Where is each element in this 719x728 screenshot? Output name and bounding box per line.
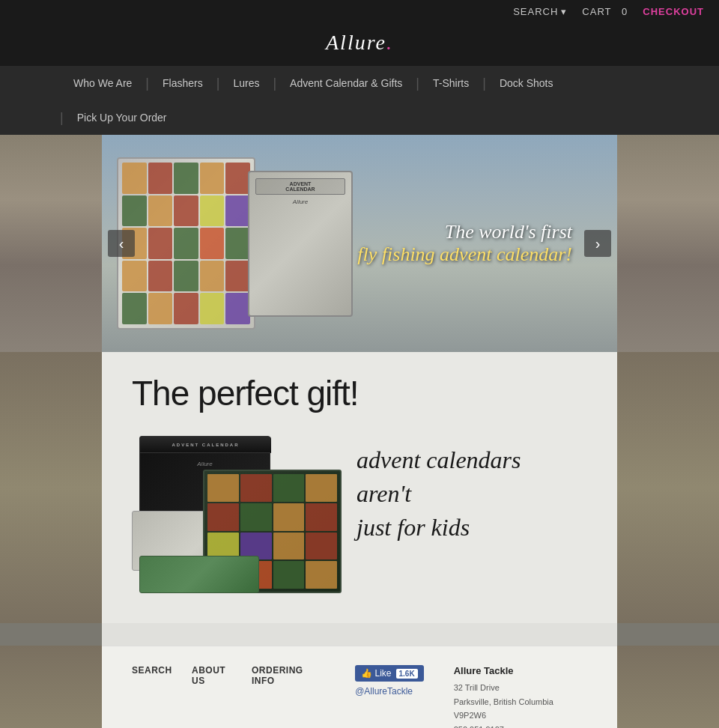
fb-count: 1.6K [396, 669, 418, 679]
search-label: SEARCH [513, 6, 558, 17]
fb-like-label: 👍 Like [361, 668, 391, 679]
cart-text: CART [582, 6, 611, 17]
gift-image: ADVENT CALENDAR Allure [132, 428, 342, 593]
footer-about-heading: ABOUTUS [192, 665, 237, 686]
footer-ordering-heading: ORDERINGINFO [252, 665, 303, 686]
search-button[interactable]: SEARCH ▾ [513, 6, 567, 17]
footer-search-link[interactable]: SEARCH [132, 665, 177, 676]
slider-next-button[interactable]: › [584, 230, 611, 257]
slider-line2: fly fishing advent calendar! [357, 243, 572, 266]
footer-search-heading: SEARCH [132, 665, 177, 676]
footer-address: Allure Tackle 32 Trill Drive Parksville,… [454, 665, 587, 728]
footer-company-name: Allure Tackle [454, 665, 587, 676]
logo[interactable]: Allure. [326, 31, 393, 55]
logo-text: Allure. [326, 31, 393, 55]
fb-like-button[interactable]: 👍 Like 1.6K [355, 665, 423, 682]
allure-tackle-twitter-link[interactable]: @AllureTackle [355, 686, 423, 697]
top-bar: SEARCH ▾ CART 0 CHECKOUT [0, 0, 719, 23]
nav-item-advent[interactable]: Advent Calendar & Gifts [276, 66, 416, 100]
slider-overlay-text: The world's first fly fishing advent cal… [357, 221, 572, 266]
footer-social: 👍 Like 1.6K @AllureTackle [355, 665, 423, 697]
search-dropdown-icon: ▾ [561, 6, 567, 17]
nav-item-dock-shots[interactable]: Dock Shots [486, 66, 567, 100]
gift-cursive-line1: advent calendars [357, 443, 521, 477]
footer-col-about: ABOUTUS [192, 665, 237, 689]
cart-count: 0 [622, 6, 628, 17]
nav-item-lures[interactable]: Lures [219, 66, 273, 100]
nav-bar: Who We Are | Flashers | Lures | Advent C… [0, 66, 719, 135]
nav-item-tshirts[interactable]: T-Shirts [419, 66, 482, 100]
header: Allure. [0, 23, 719, 66]
nav-item-pickup[interactable]: Pick Up Your Order [64, 100, 180, 135]
logo-dot: . [386, 31, 393, 54]
slider-line1: The world's first [357, 221, 572, 243]
gift-title: The perfect gift! [132, 373, 587, 413]
nav-item-who-we-are[interactable]: Who We Are [60, 66, 145, 100]
gift-cursive-text: advent calendars aren't just for kids [357, 428, 521, 544]
footer-ordering-link[interactable]: ORDERINGINFO [252, 665, 303, 686]
footer-about-link[interactable]: ABOUTUS [192, 665, 237, 686]
slider-prev-button[interactable]: ‹ [108, 230, 135, 257]
footer-city-state: Parksville, British Columbia V9P2W6 [454, 697, 553, 721]
footer-street: 32 Trill Drive [454, 683, 500, 692]
nav-item-flashers[interactable]: Flashers [149, 66, 216, 100]
footer-col-search: SEARCH [132, 665, 177, 679]
gift-cursive-line3: just for kids [357, 511, 521, 545]
footer-phone: 250.951.9107 [454, 725, 504, 728]
checkout-button[interactable]: CHECKOUT [643, 6, 704, 17]
gift-cursive-line2: aren't [357, 477, 521, 511]
cart-label: CART 0 [582, 6, 628, 17]
footer-col-ordering: ORDERINGINFO [252, 665, 303, 689]
